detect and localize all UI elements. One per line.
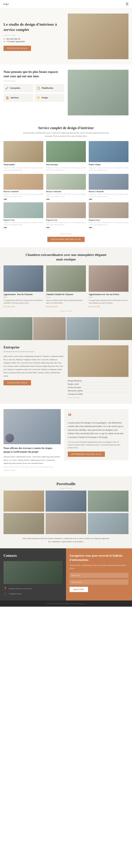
room-desc-2: Un appartement d'époque d'un rez d'une p… (89, 299, 129, 304)
about-card-label-2: Intérieur (10, 96, 19, 99)
enterprise-list-item-1: Équipe e-mail (68, 382, 129, 386)
portfolio-image-caption: Image de freepik (3, 487, 129, 489)
service-cat-title-0: Nouveautés (3, 163, 43, 166)
contact-field-1: 📞 Téléphone Droit (3, 592, 62, 595)
hero-cta-button[interactable]: CONTACTEZ-NOUS (3, 46, 31, 51)
contacts-section: Contacts 📍 Emplacement de votre bureau 📞… (0, 548, 132, 600)
portfolio-img-3 (3, 513, 44, 534)
room-link-0[interactable]: PLUS DE LIEN (3, 306, 15, 308)
service-img-1 (46, 141, 86, 162)
enterprise-list-item-3: Décoration créative (68, 389, 129, 392)
hero-image (68, 13, 129, 59)
service-subitem-text-2-1: Sample text. Click to select the text bo… (89, 221, 129, 226)
contact-field-0: 📍 Emplacement de votre bureau (3, 587, 62, 590)
portfolio-img-0 (3, 491, 44, 512)
newsletter-title: Enregistrez-vous pour recevoir le bullet… (70, 554, 129, 562)
rooms-section: Chambres extraordinaires avec une atmosp… (0, 247, 132, 317)
quote-cta-button[interactable]: APPRENDRE ENCORE PLUS (68, 452, 105, 457)
about-card-label-1: Planification (42, 87, 53, 89)
service-cat-title-2: Notre vision (89, 163, 129, 166)
enterprise-image (68, 345, 129, 377)
room-desc-0: Un appartement urbain très chouette plei… (3, 299, 43, 304)
rooms-grid: Appartement - Rez-de-Chaussée 44 m² Un a… (3, 266, 129, 308)
about-card-0[interactable]: 🖊 Conception (3, 84, 33, 92)
quote-image-caption: Image de freepik (3, 469, 61, 471)
contact-label-0: Emplacement de votre bureau (9, 588, 32, 590)
quote-offer-body: Aenean mollis condimentum lorem. Consect… (3, 455, 61, 465)
about-card-1[interactable]: 📋 Planification (35, 84, 64, 92)
hero-title: Le studio de design d'intérieur à servic… (3, 22, 64, 32)
hero-content: Le studio de design d'intérieur à servic… (3, 22, 64, 51)
hero-section: Le studio de design d'intérieur à servic… (0, 8, 132, 64)
portfolio-title: Portefeuille (3, 482, 129, 486)
hero-bullet-2: +13 autres ap proches (6, 40, 64, 43)
portfolio-img-2 (88, 491, 129, 512)
enterprise-list-item-2: Gestion de projet (68, 386, 129, 389)
hero-bullet-1: Qui auto duis sit (6, 38, 64, 40)
service-price-1-1: 100€ (46, 226, 86, 228)
service-img-2 (89, 141, 129, 162)
quote-section: Nous offrons des travaux à toutes les ét… (0, 404, 132, 476)
service-subitem-text-0-1: Sample text. Click to select the text bo… (3, 221, 43, 226)
nav-menu-icon[interactable]: ☰ (126, 2, 129, 6)
about-image (68, 70, 129, 115)
portfolio-grid (3, 491, 129, 534)
portfolio-img-1 (46, 491, 86, 512)
service-price-0-0: 100€ (3, 198, 43, 200)
enterprise-body: Nunc ultrices sem ut ante condimentum he… (3, 354, 64, 378)
nav-logo: logo (3, 3, 9, 5)
quote-left: Nous offrons des travaux à toutes les ét… (3, 409, 61, 471)
service-cat-0: Nouveautés Sample text. Click to select … (3, 141, 43, 171)
service-img-0 (3, 141, 43, 162)
quote-image (3, 409, 61, 444)
planification-icon: 📋 (37, 86, 40, 90)
service-subitem-name-0-0: Bureau à domicile (3, 190, 43, 192)
service-subitem-name-2-0: Bureau à domicile (89, 190, 129, 192)
newsletter-submit-button[interactable]: Envoyer (70, 587, 88, 592)
enterprise-list-item-0: Design d'Intérieur (68, 379, 129, 382)
interieur-icon: 🏠 (6, 96, 9, 99)
room-size-2: 76 m² (89, 296, 129, 298)
about-title: Nous pensons que les plus beaux espaces … (3, 70, 64, 79)
room-link-2[interactable]: PLUS DE LIEN (89, 306, 100, 308)
hero-image-caption: Image de freepik (3, 34, 64, 36)
service-cat-text-2: Sample text. Click to select the text bo… (89, 167, 129, 171)
service-subitem-0-0: Bureau à domicile Sample text. Click to … (3, 174, 43, 200)
service-subitem-text-1-1: Sample text. Click to select the text bo… (46, 221, 86, 226)
enterprise-image-caption: Image de freepik (68, 397, 129, 399)
about-card-2[interactable]: 🏠 Intérieur (3, 94, 33, 102)
enterprise-list: Design d'Intérieur Équipe e-mail Gestion… (68, 379, 129, 396)
newsletter-email-input[interactable] (70, 580, 129, 585)
room-name-0: Appartement - Rez-de-Chaussée (3, 293, 43, 296)
service-subitem-text-1-0: Sample text. Click to select the text bo… (46, 193, 86, 197)
service-subitem-name-1-1: Espaces Cosy (46, 219, 86, 221)
service-cat-text-1: Sample text. Click to select the text bo… (46, 167, 86, 171)
room-link-1[interactable]: PLUS DE LIEN (46, 306, 58, 308)
contacts-title: Contacts (3, 554, 62, 558)
newsletter-body: Aenean mollis condimentum lorem. Consect… (70, 564, 129, 570)
hero-bullets: Qui auto duis sit +13 autres ap proches (3, 38, 64, 43)
portfolio-img-4 (46, 513, 86, 534)
service-price-2-1: 100€ (89, 226, 129, 228)
service-section: Service complet de design d'intérieur Ae… (0, 121, 132, 247)
about-card-3[interactable]: 📁 Projets (35, 94, 64, 102)
contacts-right: Enregistrez-vous pour recevoir le bullet… (66, 548, 132, 600)
service-subitem-1-1: Espaces Cosy Sample text. Click to selec… (46, 202, 86, 228)
enterprise-cta-button[interactable]: CONTACTEZ-NOUS (3, 380, 31, 385)
about-card-label-0: Conception (10, 87, 20, 89)
gallery-img-0 (0, 317, 32, 340)
services-cta-button[interactable]: DÉCOUVRIR ENCORE PLUS (47, 237, 85, 242)
newsletter-name-input[interactable] (70, 573, 129, 578)
quote-text: Je pense qu'un bon designer est un apolo… (68, 421, 125, 439)
service-subitem-0-1: Espaces Cosy Sample text. Click to selec… (3, 202, 43, 228)
service-subitem-2-1: Espaces Cosy Sample text. Click to selec… (89, 202, 129, 228)
service-title: Service complet de design d'intérieur (3, 126, 129, 130)
navbar: logo ☰ (0, 0, 132, 8)
room-name-1: Chambre Double de Chaussée (46, 293, 86, 296)
room-item-1: Chambre Double de Chaussée 35 m² Dans la… (46, 266, 86, 308)
quote-offer-note: Click to select the text box. Click agai… (3, 466, 61, 468)
gallery-strip (0, 317, 132, 340)
phone-icon: 📞 (3, 592, 7, 595)
enterprise-left: Entreprise Elementum facilisis sed elit … (3, 345, 64, 399)
about-card-label-3: Projets (42, 96, 48, 99)
